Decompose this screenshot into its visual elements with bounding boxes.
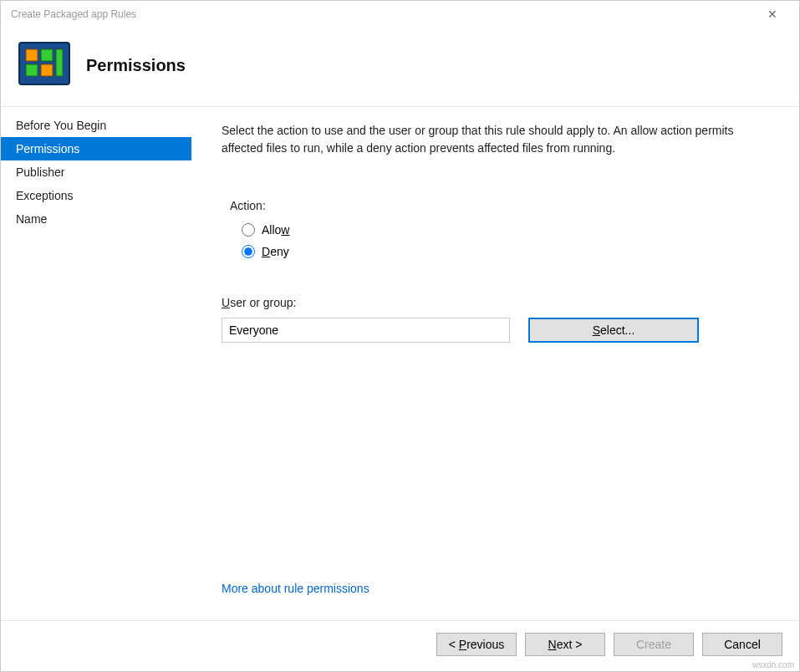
watermark: wsxdn.com	[752, 660, 794, 669]
action-section: Action: Allow Deny	[222, 199, 766, 262]
action-radio-group: Allow Deny	[242, 219, 766, 262]
app-rules-icon	[18, 41, 71, 89]
sidebar-item-name[interactable]: Name	[1, 207, 191, 231]
user-group-input[interactable]	[222, 318, 510, 343]
user-row: Select...	[222, 318, 766, 343]
svg-rect-1	[26, 49, 38, 61]
wizard-body: Before You Begin Permissions Publisher E…	[1, 106, 799, 620]
sidebar-item-publisher[interactable]: Publisher	[1, 160, 191, 184]
wizard-main: Select the action to use and the user or…	[191, 107, 799, 620]
svg-rect-3	[26, 64, 38, 76]
radio-deny-input[interactable]	[242, 245, 255, 258]
cancel-button[interactable]: Cancel	[702, 633, 782, 656]
radio-allow-label: Allow	[262, 223, 289, 237]
user-group-label: User or group:	[222, 296, 766, 309]
more-info-link[interactable]: More about rule permissions	[222, 582, 766, 595]
previous-button[interactable]: < Previous	[436, 633, 517, 656]
svg-rect-2	[41, 49, 53, 61]
svg-rect-5	[56, 49, 63, 76]
close-icon[interactable]: ✕	[756, 8, 789, 21]
radio-allow-input[interactable]	[242, 223, 255, 237]
wizard-header: Permissions	[1, 28, 799, 106]
page-title: Permissions	[86, 56, 186, 75]
user-section: User or group: Select...	[222, 296, 766, 343]
description-text: Select the action to use and the user or…	[222, 122, 740, 157]
create-button: Create	[614, 633, 694, 656]
radio-allow[interactable]: Allow	[242, 219, 766, 241]
action-label: Action:	[230, 199, 766, 212]
wizard-steps-sidebar: Before You Begin Permissions Publisher E…	[1, 107, 191, 620]
sidebar-item-before-you-begin[interactable]: Before You Begin	[1, 114, 191, 137]
svg-rect-4	[41, 64, 53, 76]
radio-deny[interactable]: Deny	[242, 241, 766, 262]
titlebar: Create Packaged app Rules ✕	[1, 1, 799, 28]
sidebar-item-exceptions[interactable]: Exceptions	[1, 184, 191, 207]
window-title: Create Packaged app Rules	[11, 8, 756, 20]
select-button[interactable]: Select...	[528, 318, 699, 343]
wizard-footer: < Previous Next > Create Cancel	[1, 620, 799, 671]
radio-deny-label: Deny	[262, 245, 289, 258]
next-button[interactable]: Next >	[525, 633, 605, 656]
sidebar-item-permissions[interactable]: Permissions	[1, 137, 191, 160]
